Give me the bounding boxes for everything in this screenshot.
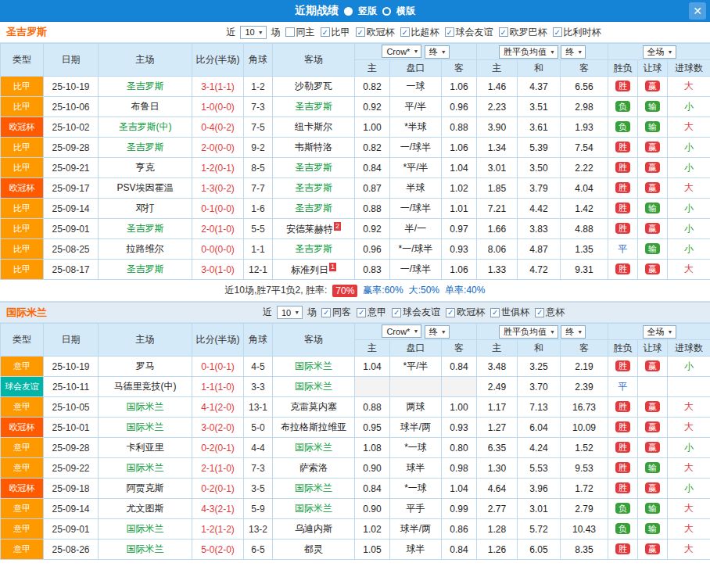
home-team-link[interactable]: 圣吉罗斯 [127,223,164,234]
filter-checkbox[interactable]: ✓ [490,308,500,317]
home-team-link[interactable]: 罗马 [136,360,155,371]
odds-home: 0.95 [355,418,390,438]
avg-odds-select[interactable]: 胜平负均值▼ [499,325,558,339]
team-name-title[interactable]: 圣吉罗斯 [0,25,117,39]
away-team-link[interactable]: 国际米兰 [295,360,332,371]
avg-draw: 3.96 [518,479,561,499]
result-badge-cell: 胜 [608,397,638,418]
away-team-link[interactable]: 乌迪内斯 [295,523,332,534]
layout-radio-horizontal-label[interactable]: 横版 [396,5,415,18]
layout-radio-vertical-label[interactable]: 竖版 [358,5,377,18]
match-count-select[interactable]: 10▼ [240,26,266,39]
handicap-result-badge: 赢 [645,264,660,274]
home-team-link[interactable]: 卡利亚里 [127,442,164,453]
odds-final-select[interactable]: 终▼ [425,325,450,339]
away-team-link[interactable]: 都灵 [304,543,323,554]
match-score: 0-1(0-1) [192,357,244,377]
filter-checkbox[interactable]: ✓ [535,308,544,317]
home-team-link[interactable]: 圣吉罗斯(中) [119,121,172,132]
away-team-link[interactable]: 国际米兰 [295,503,332,514]
away-team-link[interactable]: 标准列日 [291,264,328,275]
home-team-link[interactable]: 国际米兰 [127,543,164,554]
avg-odds-select[interactable]: 胜平负均值▼ [499,45,558,59]
handicap-result-badge-cell: 赢 [638,219,668,239]
fulltime-select[interactable]: 全场▼ [643,45,676,59]
home-team-link[interactable]: 国际米兰 [127,462,164,473]
filter-checkbox[interactable]: ✓ [553,27,562,37]
filter-checkbox[interactable]: ✓ [357,308,366,317]
home-team-link[interactable]: 圣吉罗斯 [127,142,164,152]
home-team-link[interactable]: PSV埃因霍温 [117,182,173,193]
away-team-cell: 圣吉罗斯 [273,239,355,260]
filter-checkbox[interactable]: ✓ [400,27,410,37]
layout-radio-horizontal[interactable] [382,7,391,16]
away-team-link[interactable]: 布拉格斯拉维亚 [281,421,346,432]
away-team-link[interactable]: 圣吉罗斯 [295,203,332,213]
home-team-link[interactable]: 国际米兰 [127,401,164,412]
avg-away: 7.54 [561,138,608,158]
away-team-link[interactable]: 国际米兰 [295,381,332,392]
match-count-select[interactable]: 10▼ [277,306,303,319]
filter-checkbox[interactable]: ✓ [445,27,454,37]
home-team-link[interactable]: 拉路维尔 [127,243,164,254]
home-team-link[interactable]: 邓打 [136,203,155,213]
home-team-link[interactable]: 尤文图斯 [127,503,164,514]
close-button[interactable]: ✕ [689,2,706,20]
sub-header-handicap-result: 让球 [638,340,668,357]
filter-checkbox[interactable]: ✓ [321,27,330,37]
goals-result-cell: 小 [668,219,710,239]
layout-radio-vertical[interactable] [344,7,353,16]
odds-final-select[interactable]: 终▼ [425,45,450,59]
away-team-link[interactable]: 克雷莫内塞 [290,401,337,412]
bookmaker-select[interactable]: Crow*▼ [382,45,421,58]
away-team-link[interactable]: 圣吉罗斯 [295,243,332,254]
home-team-cell: 国际米兰 [99,519,192,540]
filter-checkbox[interactable]: ✓ [499,27,508,37]
avg-final-select[interactable]: 终▼ [561,45,586,59]
corner-score: 3-3 [244,377,273,397]
away-team-link[interactable]: 圣吉罗斯 [295,101,332,112]
avg-home: 2.49 [477,377,518,397]
filter-checkbox-item: ✓球会友谊 [392,306,440,319]
avg-home: 1.33 [477,260,518,280]
home-team-link[interactable]: 亨克 [136,162,155,173]
fulltime-select[interactable]: 全场▼ [643,325,676,339]
handicap-result-badge-cell: 赢 [638,397,668,418]
filter-checkbox[interactable]: ✓ [321,308,331,317]
match-score: 4-3(2-1) [192,499,244,519]
filter-checkbox-label: 意甲 [368,306,386,319]
home-team-link[interactable]: 布鲁日 [131,101,160,112]
match-score: 1-2(0-1) [192,158,244,178]
home-team-link[interactable]: 圣吉罗斯 [127,81,164,91]
home-team-link[interactable]: 阿贾克斯 [127,482,164,493]
filter-checkbox[interactable]: ✓ [392,308,401,317]
result-badge: 胜 [615,203,630,213]
team-name-title[interactable]: 国际米兰 [0,306,117,320]
match-date: 25-10-19 [44,77,99,97]
goals-result: 小 [684,243,694,254]
filter-checkbox-label: 球会友谊 [403,306,440,319]
home-team-link[interactable]: 国际米兰 [127,523,164,534]
handicap-result-badge-cell: 赢 [638,138,668,158]
filter-checkbox[interactable] [285,27,295,37]
away-team-link[interactable]: 萨索洛 [299,462,328,473]
home-team-link[interactable]: 圣吉罗斯 [127,264,164,274]
odds-home: 0.90 [355,458,390,479]
away-team-cell: 都灵 [273,540,355,560]
away-team-link[interactable]: 圣吉罗斯 [295,162,332,173]
filter-checkbox[interactable]: ✓ [446,308,455,317]
filter-checkbox[interactable]: ✓ [356,27,365,37]
avg-final-select[interactable]: 终▼ [561,325,586,339]
away-team-link[interactable]: 纽卡斯尔 [295,121,332,132]
handicap-result-badge-cell: 赢 [638,418,668,438]
away-team-link[interactable]: 国际米兰 [295,442,332,453]
away-team-link[interactable]: 安德莱赫特 [286,224,333,235]
away-team-link[interactable]: 沙勒罗瓦 [295,81,332,91]
away-team-link[interactable]: 韦斯特洛 [295,142,332,152]
fulltime-group-header: 全场▼ [608,44,710,60]
home-team-link[interactable]: 国际米兰 [127,421,164,432]
away-team-link[interactable]: 国际米兰 [295,482,332,493]
bookmaker-select[interactable]: Crow*▼ [382,324,421,338]
home-team-link[interactable]: 马德里竞技(中) [114,381,177,392]
away-team-link[interactable]: 圣吉罗斯 [295,182,332,193]
